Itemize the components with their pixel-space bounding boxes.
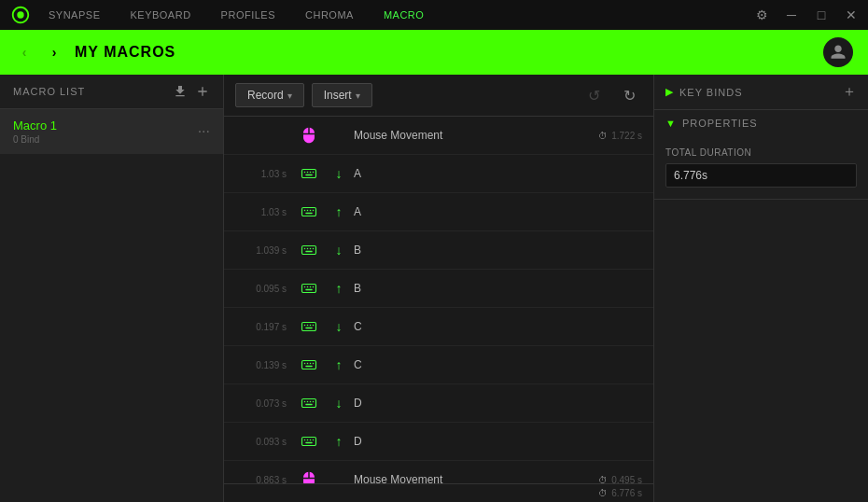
event-time: 0.073 s — [235, 398, 287, 409]
avatar[interactable] — [823, 37, 853, 67]
event-duration: ⏱ 0.495 s — [598, 475, 642, 484]
macro-name: Macro 1 — [13, 119, 57, 132]
keybinds-title: ▶ KEY BINDS — [665, 86, 743, 98]
insert-button[interactable]: Insert ▾ — [312, 83, 372, 107]
event-row[interactable]: 0.095 s ↑ B — [224, 270, 653, 308]
svg-rect-31 — [302, 361, 316, 370]
mouse-icon — [296, 122, 322, 148]
key-down-icon: ↓ — [329, 166, 348, 181]
sidebar: MACRO LIST Macro 1 0 Bind ··· — [0, 75, 224, 502]
event-row[interactable]: 0.863 s Mouse Movement ⏱ 0.495 s — [224, 461, 653, 483]
sidebar-header: MACRO LIST — [0, 75, 223, 109]
sidebar-content — [0, 154, 223, 502]
undo-button[interactable]: ↺ — [581, 82, 607, 108]
key-up-icon: ↑ — [329, 281, 348, 296]
total-duration-input[interactable] — [665, 163, 857, 188]
event-time: 0.197 s — [235, 322, 287, 332]
tab-chroma[interactable]: CHROMA — [290, 0, 369, 30]
forward-arrow[interactable]: › — [45, 43, 63, 62]
close-button[interactable]: ✕ — [842, 6, 861, 24]
event-label: Mouse Movement — [354, 129, 598, 142]
event-row[interactable]: 1.03 s ↑ A — [224, 193, 653, 231]
events-list: Mouse Movement ⏱ 1.722 s 1.03 s — [224, 117, 653, 483]
properties-section: ▼ PROPERTIES TOTAL DURATION — [654, 110, 868, 200]
properties-content: TOTAL DURATION — [654, 136, 868, 199]
event-row[interactable]: 0.197 s ↓ C — [224, 308, 653, 346]
footer-clock-icon: ⏱ — [598, 488, 608, 498]
event-row[interactable]: 0.139 s ↑ C — [224, 346, 653, 384]
event-label: C — [354, 358, 642, 371]
titlebar-right: ⚙ ─ □ ✕ — [752, 6, 861, 24]
keybinds-section: ▶ KEY BINDS ＋ — [654, 75, 868, 110]
event-row[interactable]: 1.03 s ↓ A — [224, 155, 653, 193]
total-duration-label: TOTAL DURATION — [665, 147, 857, 158]
insert-label: Insert — [324, 89, 352, 102]
svg-rect-37 — [302, 399, 316, 408]
event-label: D — [354, 397, 642, 410]
event-label: B — [354, 244, 642, 257]
minimize-button[interactable]: ─ — [782, 6, 801, 24]
event-row[interactable]: 0.073 s ↓ D — [224, 384, 653, 423]
key-down-icon: ↓ — [329, 396, 348, 411]
key-down-icon: ↓ — [329, 243, 348, 258]
svg-point-0 — [17, 11, 23, 18]
macro-item[interactable]: Macro 1 0 Bind ··· — [0, 109, 223, 154]
add-keybind-button[interactable]: ＋ — [842, 82, 857, 102]
event-label: D — [354, 435, 642, 448]
keyboard-icon — [296, 237, 322, 263]
add-macro-button[interactable] — [195, 84, 210, 99]
event-label: Mouse Movement — [354, 473, 598, 483]
event-time: 0.863 s — [235, 475, 287, 484]
record-button[interactable]: Record ▾ — [235, 83, 304, 107]
razer-logo[interactable] — [7, 2, 34, 28]
titlebar-left: SYNAPSE KEYBOARD PROFILES CHROMA MACRO — [7, 0, 439, 30]
event-label: A — [354, 205, 642, 218]
svg-rect-25 — [302, 323, 316, 331]
key-up-icon: ↑ — [329, 434, 348, 449]
keybinds-header: ▶ KEY BINDS ＋ — [654, 75, 868, 109]
event-label: B — [354, 282, 642, 295]
event-time: 0.095 s — [235, 284, 287, 294]
redo-button[interactable]: ↻ — [616, 82, 642, 108]
settings-icon[interactable]: ⚙ — [752, 6, 771, 24]
tab-synapse[interactable]: SYNAPSE — [34, 0, 115, 30]
tab-profiles[interactable]: PROFILES — [206, 0, 290, 30]
duration-value: 1.722 s — [611, 131, 642, 141]
footer-total-time: 6.776 s — [611, 488, 642, 498]
export-button[interactable] — [173, 84, 188, 99]
insert-dropdown-arrow: ▾ — [356, 91, 360, 101]
tab-keyboard[interactable]: KEYBOARD — [115, 0, 205, 30]
header-left: ‹ › MY MACROS — [15, 43, 175, 62]
event-row[interactable]: Mouse Movement ⏱ 1.722 s — [224, 117, 653, 155]
svg-rect-1 — [302, 170, 316, 178]
svg-rect-13 — [302, 246, 316, 255]
event-time: 0.139 s — [235, 360, 287, 370]
macro-more-button[interactable]: ··· — [198, 123, 210, 140]
content-toolbar: Record ▾ Insert ▾ ↺ ↻ — [224, 75, 653, 117]
keyboard-icon — [296, 314, 322, 340]
header-bar: ‹ › MY MACROS — [0, 30, 868, 75]
maximize-button[interactable]: □ — [812, 6, 831, 24]
back-arrow[interactable]: ‹ — [15, 43, 34, 62]
properties-header: ▼ PROPERTIES — [654, 110, 868, 136]
key-down-icon: ↓ — [329, 319, 348, 334]
macro-item-left: Macro 1 0 Bind — [13, 119, 57, 145]
svg-rect-7 — [302, 208, 316, 216]
event-time: 1.03 s — [235, 207, 287, 217]
svg-rect-19 — [302, 285, 316, 293]
keyboard-icon — [296, 428, 322, 454]
event-time: 1.039 s — [235, 245, 287, 256]
event-row[interactable]: 1.039 s ↓ B — [224, 231, 653, 270]
event-label: C — [354, 320, 642, 333]
main-layout: MACRO LIST Macro 1 0 Bind ··· — [0, 75, 868, 502]
titlebar: SYNAPSE KEYBOARD PROFILES CHROMA MACRO ⚙… — [0, 0, 868, 30]
event-time: 1.03 s — [235, 169, 287, 179]
keyboard-icon — [296, 160, 322, 187]
keyboard-icon — [296, 352, 322, 378]
tab-macro[interactable]: MACRO — [369, 0, 439, 30]
toolbar-right: ↺ ↻ — [581, 82, 642, 108]
right-panel: ▶ KEY BINDS ＋ ▼ PROPERTIES TOTAL DURATIO… — [653, 75, 868, 502]
content-area: Record ▾ Insert ▾ ↺ ↻ — [224, 75, 653, 502]
event-row[interactable]: 0.093 s ↑ D — [224, 423, 653, 461]
key-up-icon: ↑ — [329, 204, 348, 219]
